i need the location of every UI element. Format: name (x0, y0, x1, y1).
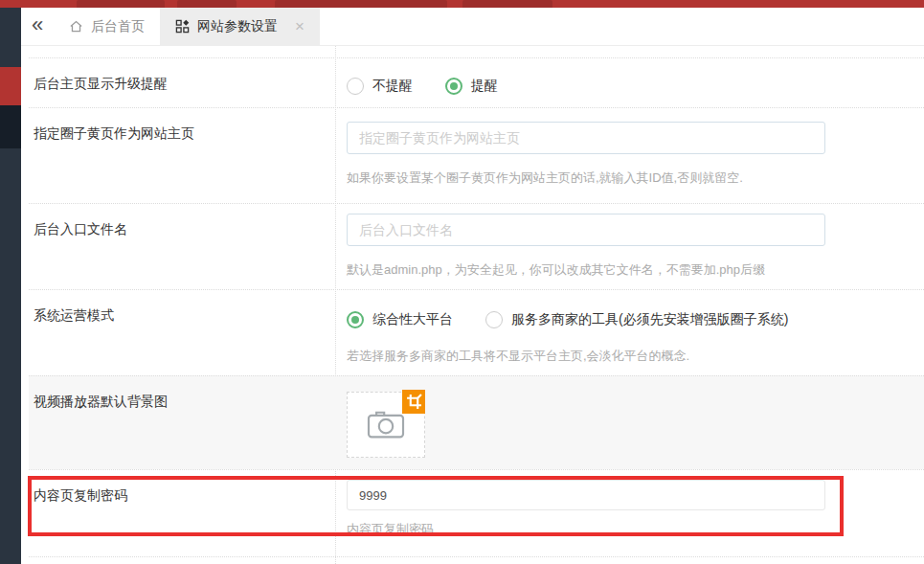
sidebar-item[interactable] (0, 105, 21, 148)
tab-bar: « 后台首页 网站参数设置 × (21, 8, 924, 46)
settings-form-panel: 后台主页显示升级提醒 不提醒 提醒 指定 (21, 46, 924, 564)
circle-homepage-input[interactable] (347, 122, 825, 154)
form-row-copy-password: 内容页复制密码 内容页复制密码 (29, 469, 924, 556)
copy-password-input[interactable] (347, 480, 825, 510)
radio-remind[interactable]: 提醒 (445, 78, 498, 95)
radio-group-operation-mode: 综合性大平台 服务多商家的工具(必须先安装增强版圈子系统) (347, 311, 924, 328)
camera-icon (365, 406, 407, 444)
field-help-text: 默认是admin.php，为安全起见，你可以改成其它文件名，不需要加.php后缀 (347, 261, 924, 279)
field-label: 指定圈子黄页作为网站主页 (29, 108, 335, 203)
form-bottom-border (29, 556, 924, 564)
sidebar-active-item[interactable] (0, 67, 21, 105)
radio-label: 不提醒 (372, 78, 413, 95)
radio-label: 服务多商家的工具(必须先安装增强版圈子系统) (511, 311, 788, 328)
form-row-operation-mode: 系统运营模式 综合性大平台 服务多商家的工具(必须先安装增强版圈子系统) 若选择… (29, 289, 924, 375)
top-nav-segment (275, 0, 447, 8)
top-nav-segment (462, 0, 552, 8)
component-grid-icon (175, 19, 190, 34)
radio-circle-icon[interactable] (347, 78, 364, 95)
top-nav-bar (0, 0, 924, 8)
collapsed-sidebar[interactable] (0, 8, 21, 564)
radio-platform-mode[interactable]: 综合性大平台 (347, 311, 453, 328)
field-help-text: 若选择服务多商家的工具将不显示平台主页,会淡化平台的概念. (347, 348, 924, 365)
form-row-circle-homepage: 指定圈子黄页作为网站主页 如果你要设置某个圈子黄页作为网站主页的话,就输入其ID… (29, 107, 924, 203)
image-upload-box[interactable] (347, 392, 425, 458)
sidebar-collapse-button[interactable]: « (21, 8, 54, 45)
field-label: 后台入口文件名 (29, 204, 335, 289)
radio-label: 综合性大平台 (372, 311, 453, 328)
top-nav-segment (77, 0, 165, 8)
tab-label: 网站参数设置 (197, 18, 278, 35)
form-row-upgrade-reminder: 后台主页显示升级提醒 不提醒 提醒 (29, 57, 924, 107)
form-row-video-bg-image: 视频播放器默认背景图 (29, 375, 924, 469)
field-label: 内容页复制密码 (29, 470, 335, 556)
radio-circle-icon[interactable] (445, 78, 462, 95)
field-label: 后台主页显示升级提醒 (29, 58, 335, 107)
tab-admin-home[interactable]: 后台首页 (54, 8, 160, 45)
field-help-text: 如果你要设置某个圈子黄页作为网站主页的话,就输入其ID值,否则就留空. (347, 169, 924, 187)
radio-circle-icon[interactable] (485, 311, 503, 328)
field-help-text: 内容页复制密码 (347, 521, 924, 538)
tab-label: 后台首页 (91, 18, 145, 35)
home-icon (69, 19, 83, 34)
form-row-admin-entry-file: 后台入口文件名 默认是admin.php，为安全起见，你可以改成其它文件名，不需… (29, 203, 924, 289)
tab-site-parameters[interactable]: 网站参数设置 × (160, 8, 320, 45)
top-nav-segment (177, 0, 237, 8)
admin-settings-page: « 后台首页 网站参数设置 × (0, 0, 924, 564)
radio-merchant-tool-mode[interactable]: 服务多商家的工具(必须先安装增强版圈子系统) (485, 311, 788, 328)
crop-icon[interactable] (402, 390, 425, 414)
close-icon[interactable]: × (295, 18, 304, 34)
admin-entry-file-input[interactable] (347, 214, 825, 246)
radio-group-upgrade-reminder: 不提醒 提醒 (347, 78, 924, 95)
radio-label: 提醒 (471, 78, 498, 95)
radio-no-remind[interactable]: 不提醒 (347, 78, 413, 95)
field-label: 视频播放器默认背景图 (29, 376, 335, 469)
radio-circle-icon[interactable] (347, 311, 364, 328)
settings-form: 后台主页显示升级提醒 不提醒 提醒 指定 (29, 57, 924, 564)
field-label: 系统运营模式 (29, 290, 335, 375)
